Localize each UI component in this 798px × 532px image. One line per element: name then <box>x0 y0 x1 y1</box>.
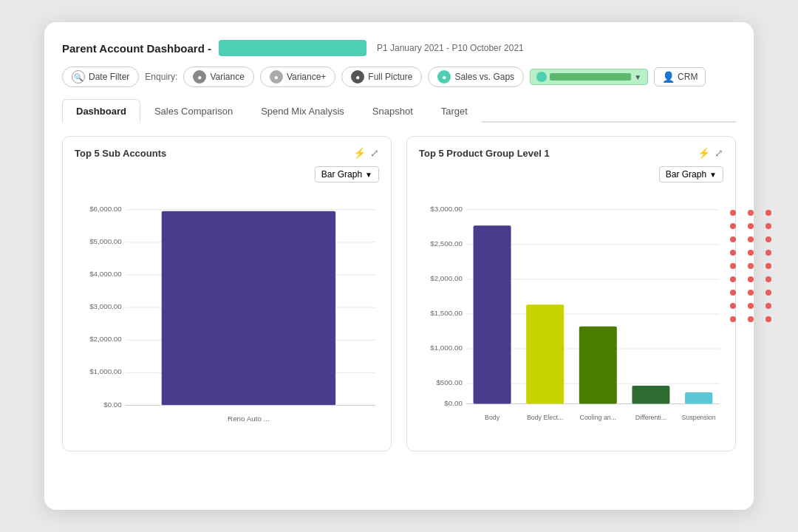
chart-left-header: Top 5 Sub Accounts ⚡ ⤢ <box>75 147 379 159</box>
bolt-icon[interactable]: ⚡ <box>353 147 366 159</box>
crm-button[interactable]: 👤 CRM <box>654 67 706 86</box>
charts-row: Top 5 Sub Accounts ⚡ ⤢ Bar Graph ▼ $ <box>62 136 736 451</box>
header-account-bar <box>219 40 366 56</box>
svg-rect-32 <box>526 304 564 403</box>
svg-text:$1,000.00: $1,000.00 <box>89 367 122 375</box>
variance-button[interactable]: ● Variance <box>183 66 253 87</box>
tab-bar: Dashboard Sales Comparison Spend Mix Ana… <box>62 98 736 123</box>
dot <box>765 263 771 269</box>
dot <box>765 236 771 242</box>
header-title: Parent Account Dashboard - <box>62 42 211 55</box>
sales-vs-gaps-label: Sales vs. Gaps <box>454 72 514 82</box>
chart-left-controls: Bar Graph ▼ <box>75 166 379 183</box>
svg-text:Differenti...: Differenti... <box>635 414 666 421</box>
chart-right-header: Top 5 Product Group Level 1 ⚡ ⤢ <box>419 147 723 159</box>
bolt-icon-right[interactable]: ⚡ <box>698 147 710 159</box>
dot <box>765 250 771 256</box>
chart-right-controls: Bar Graph ▼ <box>419 166 723 183</box>
svg-text:Reno Auto ...: Reno Auto ... <box>228 415 270 423</box>
full-picture-icon: ● <box>351 70 364 83</box>
dot <box>730 250 736 256</box>
decorative-dots <box>730 210 776 322</box>
chart-left-svg: $6,000.00 $5,000.00 $4,000.00 $3,000.00 … <box>75 187 379 440</box>
dot <box>730 236 736 242</box>
account-dropdown[interactable]: ▼ <box>530 69 648 85</box>
svg-rect-31 <box>474 225 511 403</box>
dot <box>730 316 736 322</box>
svg-rect-35 <box>685 392 712 404</box>
dot <box>730 263 736 269</box>
svg-text:Body Elect...: Body Elect... <box>527 414 563 421</box>
dot <box>765 223 771 229</box>
dot <box>748 290 754 296</box>
variance-plus-icon: ● <box>270 70 283 83</box>
variance-plus-button[interactable]: ● Variance+ <box>260 66 335 87</box>
dot <box>730 223 736 229</box>
svg-text:$2,000.00: $2,000.00 <box>89 335 122 343</box>
tab-snapshot[interactable]: Snapshot <box>358 99 427 123</box>
chevron-down-icon: ▼ <box>634 73 641 81</box>
expand-icon[interactable]: ⤢ <box>370 147 379 159</box>
dot <box>748 276 754 282</box>
svg-text:Suspension: Suspension <box>682 414 716 421</box>
svg-rect-14 <box>162 211 335 406</box>
svg-text:$0.00: $0.00 <box>444 399 463 407</box>
toolbar: 🔍 Date Filter Enquiry: ● Variance ● Vari… <box>62 66 736 87</box>
full-picture-button[interactable]: ● Full Picture <box>341 66 422 87</box>
svg-text:$1,000.00: $1,000.00 <box>430 344 463 352</box>
svg-text:$4,000.00: $4,000.00 <box>89 270 122 278</box>
header-period: P1 January 2021 - P10 October 2021 <box>377 43 524 53</box>
chart-left-type-dropdown[interactable]: Bar Graph ▼ <box>315 166 379 183</box>
dot <box>748 316 754 322</box>
variance-label: Variance <box>210 72 244 82</box>
tab-spend-mix-analysis[interactable]: Spend Mix Analysis <box>247 99 358 123</box>
search-icon: 🔍 <box>72 70 85 83</box>
dot <box>748 250 754 256</box>
dot <box>730 303 736 309</box>
enquiry-label: Enquiry: <box>145 72 177 82</box>
crm-label: CRM <box>678 72 698 82</box>
svg-text:$3,000.00: $3,000.00 <box>430 205 463 213</box>
dot <box>765 290 771 296</box>
expand-icon-right[interactable]: ⤢ <box>715 147 723 159</box>
chart-left-panel: Top 5 Sub Accounts ⚡ ⤢ Bar Graph ▼ $ <box>62 136 392 451</box>
date-filter-button[interactable]: 🔍 Date Filter <box>62 66 139 87</box>
chart-left-type-label: Bar Graph <box>321 169 362 180</box>
date-filter-label: Date Filter <box>89 72 129 82</box>
svg-text:$6,000.00: $6,000.00 <box>89 205 122 213</box>
dot <box>748 236 754 242</box>
dot <box>730 276 736 282</box>
svg-text:Body: Body <box>485 414 500 421</box>
full-picture-label: Full Picture <box>368 72 412 82</box>
svg-rect-33 <box>579 327 617 404</box>
chart-right-title: Top 5 Product Group Level 1 <box>419 148 550 159</box>
sales-gaps-icon: ● <box>437 70 451 83</box>
chart-right-panel: Top 5 Product Group Level 1 ⚡ ⤢ Bar Grap… <box>406 136 736 451</box>
dot <box>765 210 771 216</box>
svg-text:$5,000.00: $5,000.00 <box>89 237 122 245</box>
sales-vs-gaps-button[interactable]: ● Sales vs. Gaps <box>428 66 524 87</box>
svg-rect-34 <box>632 386 669 404</box>
svg-text:$3,000.00: $3,000.00 <box>89 302 122 310</box>
svg-text:$2,500.00: $2,500.00 <box>430 239 463 248</box>
svg-text:Cooling an...: Cooling an... <box>580 414 616 421</box>
variance-plus-label: Variance+ <box>287 72 326 82</box>
tab-sales-comparison[interactable]: Sales Comparison <box>140 99 247 123</box>
svg-text:$2,000.00: $2,000.00 <box>430 274 463 282</box>
chevron-down-icon-right: ▼ <box>709 171 717 179</box>
svg-text:$500.00: $500.00 <box>436 378 463 386</box>
svg-text:$1,500.00: $1,500.00 <box>430 309 463 317</box>
chart-left-title: Top 5 Sub Accounts <box>75 148 166 159</box>
dot <box>748 210 754 216</box>
svg-text:$0.00: $0.00 <box>103 400 122 409</box>
chart-right-actions: ⚡ ⤢ <box>698 147 723 159</box>
tab-target[interactable]: Target <box>427 99 482 123</box>
green-circle-icon <box>536 72 547 82</box>
chevron-down-icon: ▼ <box>365 171 372 179</box>
dot <box>748 223 754 229</box>
main-card: Parent Account Dashboard - P1 January 20… <box>44 22 754 510</box>
chart-right-type-dropdown[interactable]: Bar Graph ▼ <box>659 166 723 183</box>
tab-dashboard[interactable]: Dashboard <box>62 99 140 123</box>
dot <box>765 276 771 282</box>
header: Parent Account Dashboard - P1 January 20… <box>62 40 736 56</box>
